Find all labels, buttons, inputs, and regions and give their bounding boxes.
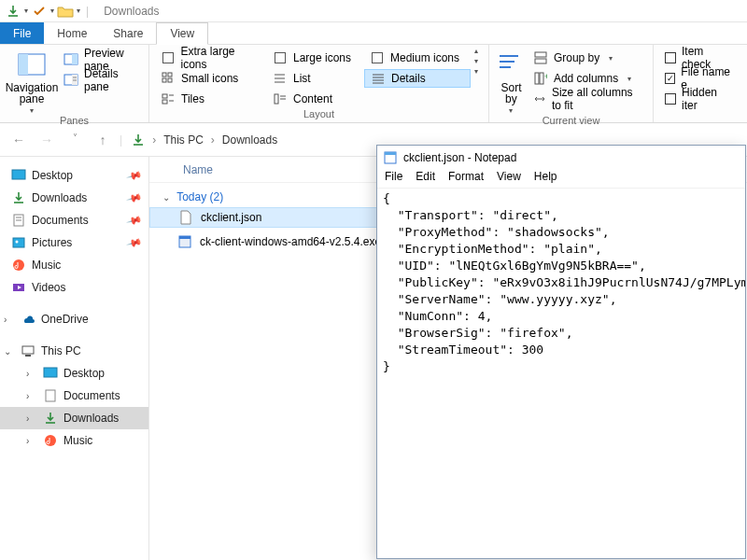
notepad-icon: [383, 150, 398, 165]
size-columns-icon: [533, 91, 546, 106]
videos-icon: [11, 280, 26, 295]
group-by-button[interactable]: Group by▾: [528, 49, 647, 67]
layout-small[interactable]: Small icons: [155, 69, 267, 88]
pin-icon: 📌: [126, 167, 144, 184]
folder-icon[interactable]: [56, 2, 75, 21]
svg-rect-53: [179, 236, 190, 239]
navigation-tree[interactable]: Desktop📌 Downloads📌 Documents📌 Pictures📌…: [0, 157, 149, 560]
tree-pc-documents[interactable]: ›Documents: [0, 385, 148, 407]
tree-pc-music[interactable]: ›Music: [0, 429, 148, 452]
details-pane-button[interactable]: Details pane: [58, 71, 143, 90]
layout-tiles[interactable]: Tiles: [155, 90, 267, 108]
downloads-icon: [43, 411, 58, 426]
list-icon: [273, 71, 288, 86]
check-icon[interactable]: [30, 2, 49, 21]
tiles-icon: [161, 91, 176, 106]
pin-icon: 📌: [126, 212, 144, 229]
up-button[interactable]: ↑: [95, 133, 110, 147]
item-checkboxes-toggle[interactable]: Item check: [659, 49, 741, 67]
expand-icon[interactable]: ›: [26, 391, 37, 401]
layout-extra-large[interactable]: Extra large icons: [155, 49, 267, 67]
breadcrumb-downloads[interactable]: Downloads: [222, 133, 277, 147]
tree-documents[interactable]: Documents📌: [0, 209, 148, 231]
documents-icon: [43, 388, 58, 403]
tree-music[interactable]: Music: [0, 254, 148, 276]
back-button[interactable]: ←: [11, 133, 26, 147]
music-icon: [11, 258, 26, 273]
svg-rect-20: [275, 94, 278, 104]
file-name-ext-toggle[interactable]: ✓File name e: [659, 69, 741, 88]
tree-this-pc[interactable]: ⌄This PC: [0, 340, 148, 362]
notepad-text-area[interactable]: { "Transport": "direct", "ProxyMethod": …: [377, 189, 745, 558]
tree-pc-downloads[interactable]: ›Downloads: [0, 407, 148, 429]
download-arrow-icon[interactable]: [4, 2, 22, 21]
notepad-menu-edit[interactable]: Edit: [416, 170, 435, 188]
this-pc-icon: [21, 343, 35, 358]
sort-by-button[interactable]: Sort by ▾: [495, 47, 528, 115]
hidden-items-toggle[interactable]: Hidden iter: [659, 90, 741, 108]
layout-details[interactable]: Details: [364, 69, 471, 88]
expand-icon[interactable]: ›: [26, 369, 37, 379]
forward-button[interactable]: →: [39, 133, 54, 147]
notepad-window[interactable]: ckclient.json - Notepad File Edit Format…: [376, 145, 746, 559]
chevron-right-icon[interactable]: ›: [152, 133, 156, 147]
tree-onedrive[interactable]: ›OneDrive: [0, 308, 148, 330]
pictures-icon: [11, 235, 26, 250]
chevron-down-icon: ▾: [30, 106, 34, 115]
svg-rect-47: [25, 355, 31, 357]
svg-point-43: [13, 259, 24, 271]
tab-share[interactable]: Share: [100, 22, 156, 44]
tree-videos[interactable]: Videos: [0, 276, 148, 299]
expand-icon[interactable]: ›: [26, 436, 37, 446]
preview-pane-button[interactable]: Preview pane: [58, 50, 143, 69]
add-columns-button[interactable]: +Add columns▾: [528, 69, 647, 88]
recent-dropdown[interactable]: ˅: [67, 133, 82, 147]
layout-expand-icon[interactable]: ▾: [474, 67, 478, 76]
collapse-icon[interactable]: ⌄: [162, 192, 170, 203]
qat-dropdown-3-icon[interactable]: ▾: [77, 7, 80, 15]
details-pane-icon: [63, 73, 78, 88]
pin-icon: 📌: [126, 189, 144, 206]
titlebar: ▾ ▾ ▾ | Downloads: [0, 0, 747, 22]
tree-desktop[interactable]: Desktop📌: [0, 164, 148, 187]
expand-icon[interactable]: ›: [26, 413, 37, 424]
ribbon-group-panes: Navigation pane ▾ Preview pane Details p…: [0, 45, 149, 122]
music-icon: [43, 433, 58, 448]
layout-medium[interactable]: Medium icons: [364, 49, 471, 67]
breadcrumb[interactable]: › This PC › Downloads: [132, 133, 277, 147]
notepad-menu-help[interactable]: Help: [534, 170, 557, 188]
chevron-right-icon[interactable]: ›: [211, 133, 215, 147]
ribbon-group-layout: Extra large icons Small icons Tiles Larg…: [149, 45, 489, 122]
navigation-pane-button[interactable]: Navigation pane ▾: [6, 47, 58, 115]
tab-home[interactable]: Home: [44, 22, 100, 44]
layout-large[interactable]: Large icons: [267, 49, 364, 67]
size-all-columns-button[interactable]: Size all columns to fit: [528, 90, 647, 108]
details-icon: [371, 71, 386, 86]
notepad-menu-file[interactable]: File: [385, 170, 402, 188]
collapse-icon[interactable]: ⌄: [4, 346, 15, 357]
notepad-menu-view[interactable]: View: [497, 170, 521, 188]
qat-dropdown-2-icon[interactable]: ▾: [50, 7, 54, 15]
group-label-current-view: Current view: [495, 115, 647, 128]
tree-pictures[interactable]: Pictures📌: [0, 231, 148, 254]
svg-rect-2: [19, 54, 28, 75]
svg-rect-49: [46, 390, 55, 401]
expand-icon[interactable]: ›: [4, 315, 15, 325]
layout-content[interactable]: Content: [267, 90, 364, 108]
layout-scroll-down-icon[interactable]: ▾: [474, 57, 478, 65]
tab-view[interactable]: View: [156, 22, 208, 45]
svg-rect-9: [162, 73, 166, 77]
svg-rect-33: [540, 73, 543, 84]
file-generic-icon: [178, 210, 193, 225]
notepad-titlebar[interactable]: ckclient.json - Notepad: [377, 146, 745, 170]
breadcrumb-this-pc[interactable]: This PC: [163, 133, 204, 147]
notepad-menu-format[interactable]: Format: [448, 170, 484, 188]
svg-rect-46: [22, 346, 34, 354]
layout-list[interactable]: List: [267, 69, 364, 88]
tab-file[interactable]: File: [0, 22, 44, 44]
qat-dropdown-1-icon[interactable]: ▾: [24, 7, 28, 15]
tree-pc-desktop[interactable]: ›Desktop: [0, 362, 148, 385]
tree-downloads[interactable]: Downloads📌: [0, 187, 148, 209]
layout-scroll-up-icon[interactable]: ▴: [474, 47, 478, 55]
svg-rect-11: [162, 78, 166, 82]
